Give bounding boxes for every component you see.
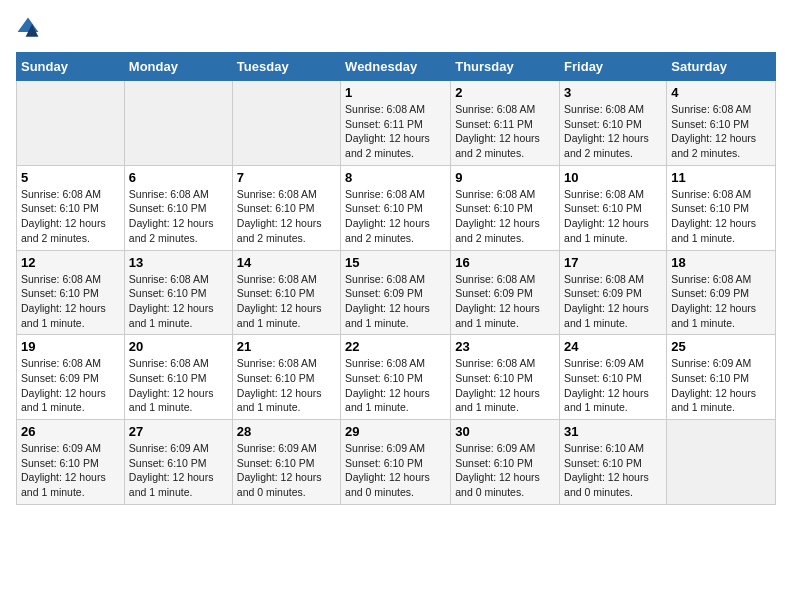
day-number: 17 — [564, 255, 662, 270]
day-number: 21 — [237, 339, 336, 354]
day-cell: 2Sunrise: 6:08 AMSunset: 6:11 PMDaylight… — [451, 81, 560, 166]
day-cell: 22Sunrise: 6:08 AMSunset: 6:10 PMDayligh… — [341, 335, 451, 420]
day-info: Sunrise: 6:08 AMSunset: 6:09 PMDaylight:… — [21, 356, 120, 415]
day-number: 31 — [564, 424, 662, 439]
day-info: Sunrise: 6:08 AMSunset: 6:10 PMDaylight:… — [564, 102, 662, 161]
day-cell: 11Sunrise: 6:08 AMSunset: 6:10 PMDayligh… — [667, 165, 776, 250]
day-cell — [667, 420, 776, 505]
page-header — [16, 16, 776, 40]
day-number: 19 — [21, 339, 120, 354]
day-info: Sunrise: 6:08 AMSunset: 6:09 PMDaylight:… — [345, 272, 446, 331]
day-number: 18 — [671, 255, 771, 270]
day-number: 9 — [455, 170, 555, 185]
day-number: 6 — [129, 170, 228, 185]
day-number: 24 — [564, 339, 662, 354]
day-cell — [124, 81, 232, 166]
week-row-2: 12Sunrise: 6:08 AMSunset: 6:10 PMDayligh… — [17, 250, 776, 335]
svg-marker-0 — [18, 18, 39, 32]
day-info: Sunrise: 6:09 AMSunset: 6:10 PMDaylight:… — [237, 441, 336, 500]
day-cell: 16Sunrise: 6:08 AMSunset: 6:09 PMDayligh… — [451, 250, 560, 335]
day-info: Sunrise: 6:10 AMSunset: 6:10 PMDaylight:… — [564, 441, 662, 500]
day-info: Sunrise: 6:09 AMSunset: 6:10 PMDaylight:… — [345, 441, 446, 500]
day-number: 26 — [21, 424, 120, 439]
day-cell: 9Sunrise: 6:08 AMSunset: 6:10 PMDaylight… — [451, 165, 560, 250]
day-cell: 24Sunrise: 6:09 AMSunset: 6:10 PMDayligh… — [560, 335, 667, 420]
day-cell: 21Sunrise: 6:08 AMSunset: 6:10 PMDayligh… — [232, 335, 340, 420]
day-cell: 27Sunrise: 6:09 AMSunset: 6:10 PMDayligh… — [124, 420, 232, 505]
day-info: Sunrise: 6:08 AMSunset: 6:10 PMDaylight:… — [345, 356, 446, 415]
day-number: 8 — [345, 170, 446, 185]
day-info: Sunrise: 6:08 AMSunset: 6:10 PMDaylight:… — [345, 187, 446, 246]
day-cell: 17Sunrise: 6:08 AMSunset: 6:09 PMDayligh… — [560, 250, 667, 335]
header-row: SundayMondayTuesdayWednesdayThursdayFrid… — [17, 53, 776, 81]
day-cell: 29Sunrise: 6:09 AMSunset: 6:10 PMDayligh… — [341, 420, 451, 505]
day-info: Sunrise: 6:08 AMSunset: 6:10 PMDaylight:… — [21, 187, 120, 246]
day-number: 1 — [345, 85, 446, 100]
day-info: Sunrise: 6:09 AMSunset: 6:10 PMDaylight:… — [455, 441, 555, 500]
day-number: 23 — [455, 339, 555, 354]
day-info: Sunrise: 6:09 AMSunset: 6:10 PMDaylight:… — [21, 441, 120, 500]
day-info: Sunrise: 6:09 AMSunset: 6:10 PMDaylight:… — [129, 441, 228, 500]
header-cell-sunday: Sunday — [17, 53, 125, 81]
day-cell: 7Sunrise: 6:08 AMSunset: 6:10 PMDaylight… — [232, 165, 340, 250]
day-number: 13 — [129, 255, 228, 270]
header-cell-saturday: Saturday — [667, 53, 776, 81]
day-cell: 4Sunrise: 6:08 AMSunset: 6:10 PMDaylight… — [667, 81, 776, 166]
day-number: 28 — [237, 424, 336, 439]
header-cell-wednesday: Wednesday — [341, 53, 451, 81]
day-cell: 3Sunrise: 6:08 AMSunset: 6:10 PMDaylight… — [560, 81, 667, 166]
day-number: 7 — [237, 170, 336, 185]
day-info: Sunrise: 6:08 AMSunset: 6:11 PMDaylight:… — [345, 102, 446, 161]
day-info: Sunrise: 6:08 AMSunset: 6:09 PMDaylight:… — [671, 272, 771, 331]
day-info: Sunrise: 6:08 AMSunset: 6:10 PMDaylight:… — [21, 272, 120, 331]
day-info: Sunrise: 6:08 AMSunset: 6:10 PMDaylight:… — [237, 187, 336, 246]
day-cell: 12Sunrise: 6:08 AMSunset: 6:10 PMDayligh… — [17, 250, 125, 335]
day-number: 15 — [345, 255, 446, 270]
day-cell: 25Sunrise: 6:09 AMSunset: 6:10 PMDayligh… — [667, 335, 776, 420]
header-cell-friday: Friday — [560, 53, 667, 81]
day-number: 29 — [345, 424, 446, 439]
day-number: 4 — [671, 85, 771, 100]
week-row-4: 26Sunrise: 6:09 AMSunset: 6:10 PMDayligh… — [17, 420, 776, 505]
day-info: Sunrise: 6:08 AMSunset: 6:10 PMDaylight:… — [237, 356, 336, 415]
day-cell: 5Sunrise: 6:08 AMSunset: 6:10 PMDaylight… — [17, 165, 125, 250]
day-cell: 28Sunrise: 6:09 AMSunset: 6:10 PMDayligh… — [232, 420, 340, 505]
day-cell: 26Sunrise: 6:09 AMSunset: 6:10 PMDayligh… — [17, 420, 125, 505]
calendar-header: SundayMondayTuesdayWednesdayThursdayFrid… — [17, 53, 776, 81]
day-cell: 30Sunrise: 6:09 AMSunset: 6:10 PMDayligh… — [451, 420, 560, 505]
day-info: Sunrise: 6:08 AMSunset: 6:09 PMDaylight:… — [455, 272, 555, 331]
day-cell: 31Sunrise: 6:10 AMSunset: 6:10 PMDayligh… — [560, 420, 667, 505]
day-number: 16 — [455, 255, 555, 270]
calendar-table: SundayMondayTuesdayWednesdayThursdayFrid… — [16, 52, 776, 505]
day-number: 11 — [671, 170, 771, 185]
day-cell: 13Sunrise: 6:08 AMSunset: 6:10 PMDayligh… — [124, 250, 232, 335]
header-cell-thursday: Thursday — [451, 53, 560, 81]
day-cell: 8Sunrise: 6:08 AMSunset: 6:10 PMDaylight… — [341, 165, 451, 250]
week-row-1: 5Sunrise: 6:08 AMSunset: 6:10 PMDaylight… — [17, 165, 776, 250]
day-info: Sunrise: 6:08 AMSunset: 6:10 PMDaylight:… — [564, 187, 662, 246]
day-cell: 19Sunrise: 6:08 AMSunset: 6:09 PMDayligh… — [17, 335, 125, 420]
day-info: Sunrise: 6:08 AMSunset: 6:10 PMDaylight:… — [129, 272, 228, 331]
day-cell: 18Sunrise: 6:08 AMSunset: 6:09 PMDayligh… — [667, 250, 776, 335]
day-info: Sunrise: 6:09 AMSunset: 6:10 PMDaylight:… — [564, 356, 662, 415]
day-info: Sunrise: 6:08 AMSunset: 6:10 PMDaylight:… — [237, 272, 336, 331]
logo — [16, 16, 44, 40]
day-number: 25 — [671, 339, 771, 354]
day-cell: 20Sunrise: 6:08 AMSunset: 6:10 PMDayligh… — [124, 335, 232, 420]
week-row-3: 19Sunrise: 6:08 AMSunset: 6:09 PMDayligh… — [17, 335, 776, 420]
day-cell — [232, 81, 340, 166]
day-info: Sunrise: 6:08 AMSunset: 6:09 PMDaylight:… — [564, 272, 662, 331]
day-info: Sunrise: 6:08 AMSunset: 6:10 PMDaylight:… — [455, 187, 555, 246]
day-info: Sunrise: 6:09 AMSunset: 6:10 PMDaylight:… — [671, 356, 771, 415]
day-number: 27 — [129, 424, 228, 439]
day-info: Sunrise: 6:08 AMSunset: 6:10 PMDaylight:… — [129, 187, 228, 246]
day-info: Sunrise: 6:08 AMSunset: 6:11 PMDaylight:… — [455, 102, 555, 161]
day-cell: 14Sunrise: 6:08 AMSunset: 6:10 PMDayligh… — [232, 250, 340, 335]
day-number: 30 — [455, 424, 555, 439]
day-number: 20 — [129, 339, 228, 354]
day-info: Sunrise: 6:08 AMSunset: 6:10 PMDaylight:… — [455, 356, 555, 415]
day-cell: 6Sunrise: 6:08 AMSunset: 6:10 PMDaylight… — [124, 165, 232, 250]
day-number: 14 — [237, 255, 336, 270]
day-cell — [17, 81, 125, 166]
day-info: Sunrise: 6:08 AMSunset: 6:10 PMDaylight:… — [671, 187, 771, 246]
